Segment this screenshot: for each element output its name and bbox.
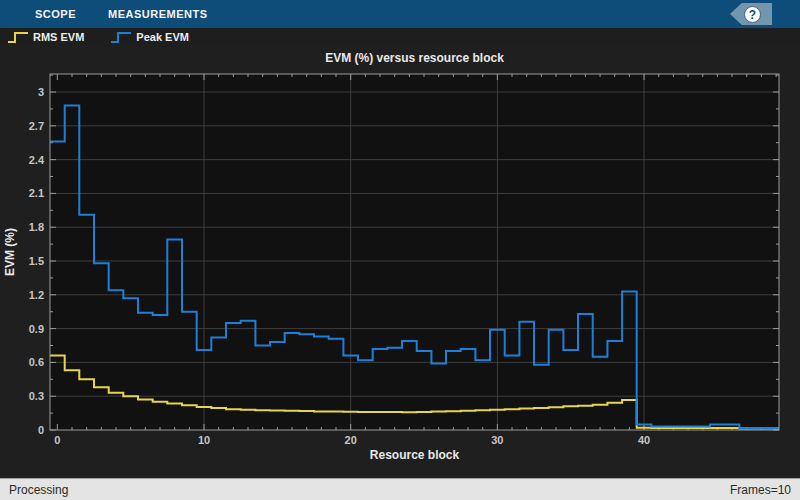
tab-measurements[interactable]: MEASUREMENTS bbox=[108, 8, 208, 20]
peak-stairstep-icon bbox=[110, 29, 132, 45]
y-axis-label: EVM (%) bbox=[3, 228, 17, 276]
chart-title: EVM (%) versus resource block bbox=[325, 51, 504, 65]
svg-text:0.9: 0.9 bbox=[29, 323, 44, 335]
svg-text:20: 20 bbox=[345, 434, 357, 446]
legend-label-rms-evm: RMS EVM bbox=[33, 31, 84, 43]
question-mark-icon: ? bbox=[744, 6, 761, 23]
svg-text:0: 0 bbox=[38, 424, 44, 436]
tab-scope[interactable]: SCOPE bbox=[35, 8, 76, 20]
legend-item-rms-evm[interactable]: RMS EVM bbox=[7, 29, 84, 45]
svg-text:40: 40 bbox=[638, 434, 650, 446]
legend-item-peak-evm[interactable]: Peak EVM bbox=[110, 29, 189, 45]
svg-text:2.7: 2.7 bbox=[29, 120, 44, 132]
plot-area: 01020304000.30.60.91.21.51.82.12.42.73EV… bbox=[0, 46, 800, 478]
status-frames-text: Frames=10 bbox=[730, 483, 791, 497]
evm-chart-svg: 01020304000.30.60.91.21.51.82.12.42.73EV… bbox=[0, 46, 800, 478]
svg-text:2.1: 2.1 bbox=[29, 187, 44, 199]
legend-bar: RMS EVM Peak EVM bbox=[0, 28, 800, 46]
svg-text:0: 0 bbox=[54, 434, 60, 446]
svg-text:1.8: 1.8 bbox=[29, 221, 44, 233]
svg-text:10: 10 bbox=[198, 434, 210, 446]
svg-text:0.3: 0.3 bbox=[29, 390, 44, 402]
x-axis-label: Resource block bbox=[370, 448, 460, 462]
legend-label-peak-evm: Peak EVM bbox=[136, 31, 189, 43]
svg-text:0.6: 0.6 bbox=[29, 356, 44, 368]
status-processing-text: Processing bbox=[9, 483, 68, 497]
rms-stairstep-icon bbox=[7, 29, 29, 45]
evm-scope-window: SCOPE MEASUREMENTS ? RMS EVM Peak EVM 01… bbox=[0, 0, 800, 500]
svg-text:2.4: 2.4 bbox=[29, 154, 45, 166]
svg-text:30: 30 bbox=[491, 434, 503, 446]
svg-text:1.2: 1.2 bbox=[29, 289, 44, 301]
svg-text:3: 3 bbox=[38, 86, 44, 98]
status-bar: Processing Frames=10 bbox=[0, 478, 800, 500]
svg-text:1.5: 1.5 bbox=[29, 255, 44, 267]
help-button[interactable]: ? bbox=[730, 3, 772, 25]
toolstrip: SCOPE MEASUREMENTS ? bbox=[0, 0, 800, 28]
